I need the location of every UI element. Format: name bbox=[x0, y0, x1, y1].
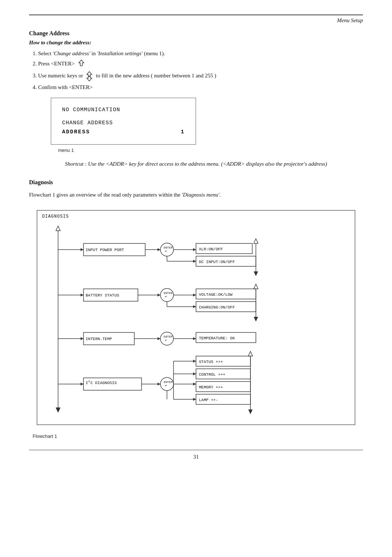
svg-text:↵: ↵ bbox=[165, 295, 167, 298]
svg-text:2: 2 bbox=[88, 380, 90, 383]
updown-icon bbox=[84, 73, 96, 78]
svg-text:ENTER: ENTER bbox=[164, 246, 172, 249]
menu-caption: menu 1 bbox=[58, 148, 363, 153]
flowchart-caption: Flowchart 1 bbox=[33, 433, 359, 439]
diagnosis-desc: Flowchart 1 gives an overview of the rea… bbox=[29, 191, 363, 199]
svg-text:TEMPERATURE: OK: TEMPERATURE: OK bbox=[199, 336, 235, 340]
svg-marker-2 bbox=[87, 77, 92, 81]
page: Menu Setup Change Address How to change … bbox=[0, 0, 392, 557]
svg-text:ENTER: ENTER bbox=[164, 291, 172, 295]
shortcut-text: Shortcut : Use the <ADDR> key for direct… bbox=[44, 160, 348, 168]
svg-marker-1 bbox=[87, 72, 92, 76]
svg-text:LAMP      ++-: LAMP ++- bbox=[199, 398, 218, 402]
menu-address-value: 1 bbox=[181, 128, 185, 137]
page-number: 31 bbox=[29, 454, 363, 460]
step-2: 2. Press <ENTER> bbox=[33, 59, 363, 69]
svg-text:MEMORY    +++: MEMORY +++ bbox=[199, 385, 223, 390]
menu-address-label: ADDRESS bbox=[62, 128, 90, 137]
bottom-rule bbox=[29, 450, 363, 450]
diagnosis-title: Diagnosis bbox=[29, 179, 363, 186]
menu-line2: CHANGE ADDRESS bbox=[62, 118, 185, 128]
svg-text:ENTER: ENTER bbox=[164, 380, 172, 384]
menu-line3: ADDRESS 1 bbox=[62, 128, 185, 137]
svg-text:DC INPUT:ON/OFF: DC INPUT:ON/OFF bbox=[199, 260, 235, 264]
menu-line1: NO COMMUNICATION bbox=[62, 105, 185, 115]
change-address-section: Change Address How to change the address… bbox=[29, 30, 363, 168]
svg-text:BATTERY STATUS: BATTERY STATUS bbox=[86, 293, 119, 298]
shortcut-italic: Shortcut : Use the <ADDR> key for direct… bbox=[65, 161, 327, 167]
svg-marker-0 bbox=[79, 60, 84, 66]
step-4: 4. Confirm with <ENTER> bbox=[33, 83, 363, 92]
header-title: Menu Setup bbox=[29, 17, 363, 24]
svg-text:CONTROL   +++: CONTROL +++ bbox=[199, 372, 225, 377]
svg-text:VOLTAGE:OK/LOW: VOLTAGE:OK/LOW bbox=[199, 292, 233, 297]
svg-rect-3 bbox=[37, 210, 355, 425]
step-1: 1. Select 'Change address' in 'Installat… bbox=[33, 49, 363, 58]
svg-text:↵: ↵ bbox=[165, 250, 167, 253]
steps-list: 1. Select 'Change address' in 'Installat… bbox=[29, 49, 363, 91]
change-address-title: Change Address bbox=[29, 30, 363, 37]
svg-text:STATUS    +++: STATUS +++ bbox=[199, 360, 223, 364]
menu-display-box: NO COMMUNICATION CHANGE ADDRESS ADDRESS … bbox=[51, 98, 196, 145]
diagnosis-label: DIAGNOSIS bbox=[42, 214, 69, 219]
top-rule bbox=[29, 15, 363, 15]
flowchart-container: DIAGNOSIS INPUT POWER PORT bbox=[33, 210, 359, 439]
step-3: 3. Use numeric keys or to fill in the ne… bbox=[33, 71, 363, 82]
svg-text:CHARGING:ON/OFF: CHARGING:ON/OFF bbox=[199, 305, 235, 310]
svg-text:ENTER: ENTER bbox=[164, 335, 172, 338]
svg-text:↵: ↵ bbox=[165, 384, 167, 387]
enter-icon-step2 bbox=[76, 61, 85, 66]
svg-text:C DIAGNOSIS: C DIAGNOSIS bbox=[90, 381, 117, 385]
svg-text:INTERN.TEMP: INTERN.TEMP bbox=[86, 337, 112, 341]
diagnosis-menu-italic: 'Diagnosis menu' bbox=[182, 192, 220, 198]
how-to-label: How to change the address: bbox=[29, 40, 363, 46]
input-power-port-label: INPUT POWER PORT bbox=[86, 248, 124, 252]
svg-text:I: I bbox=[86, 381, 88, 385]
svg-text:XLR:ON/OFF: XLR:ON/OFF bbox=[199, 247, 223, 251]
diagnosis-section: Diagnosis Flowchart 1 gives an overview … bbox=[29, 179, 363, 439]
flowchart-svg: DIAGNOSIS INPUT POWER PORT bbox=[36, 210, 356, 431]
svg-text:↵: ↵ bbox=[165, 339, 167, 342]
